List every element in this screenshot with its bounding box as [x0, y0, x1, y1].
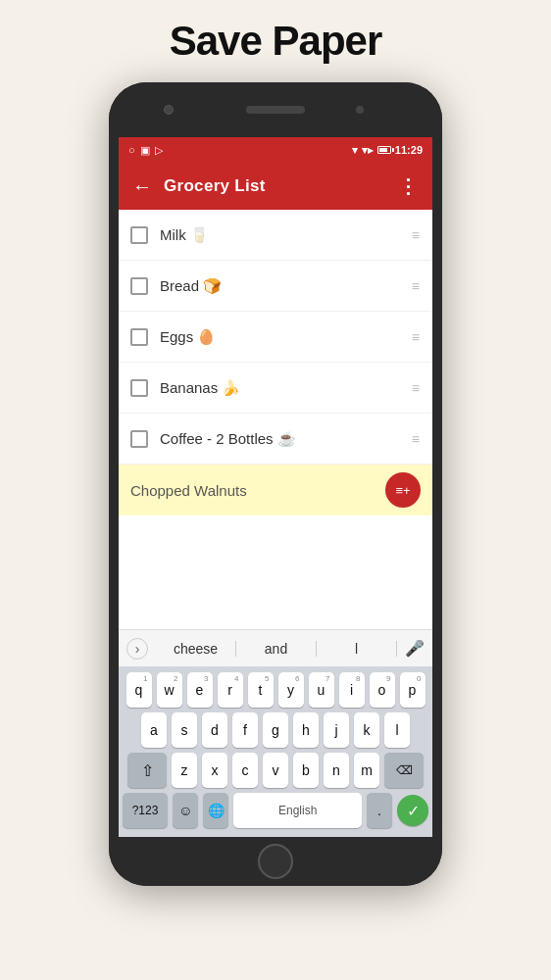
expand-suggestions-button[interactable]: ›: [126, 638, 148, 660]
signal-icon: ▾▸: [362, 144, 374, 157]
item-text-eggs: Eggs 🥚: [160, 328, 412, 346]
speaker: [246, 106, 305, 114]
key-num: 9: [386, 674, 390, 683]
key-p[interactable]: 0p: [400, 672, 426, 708]
keyboard-row-2: a s d f g h j k l: [123, 712, 428, 748]
phone-top-bezel: [109, 82, 442, 137]
status-right: ▾ ▾▸ 11:29: [352, 144, 423, 157]
back-button[interactable]: ←: [132, 175, 152, 198]
item-text-bread: Bread 🍞: [160, 277, 412, 295]
list-item: Bananas 🍌 ≡: [119, 363, 432, 414]
drag-handle-bread[interactable]: ≡: [412, 278, 421, 294]
key-e[interactable]: 3e: [187, 672, 213, 708]
key-num: 7: [326, 674, 329, 683]
key-num: 3: [204, 674, 208, 683]
drag-handle-eggs[interactable]: ≡: [412, 329, 421, 345]
key-num: 0: [417, 674, 421, 683]
suggestion-and[interactable]: and: [236, 641, 317, 657]
key-l[interactable]: l: [384, 712, 410, 748]
key-c[interactable]: c: [232, 753, 258, 788]
key-num: 4: [234, 674, 238, 683]
suggestions-bar: › cheese and l 🎤: [119, 629, 432, 666]
symbols-button[interactable]: ?123: [123, 793, 168, 828]
list-item: Coffee - 2 Bottles ☕ ≡: [119, 414, 432, 465]
key-j[interactable]: j: [324, 712, 349, 748]
key-w[interactable]: 2w: [157, 672, 182, 708]
key-s[interactable]: s: [172, 712, 197, 748]
drag-handle-bananas[interactable]: ≡: [412, 380, 421, 396]
key-i[interactable]: 8i: [339, 672, 365, 708]
key-t[interactable]: 5t: [248, 672, 274, 708]
globe-button[interactable]: 🌐: [203, 793, 228, 828]
key-h[interactable]: h: [293, 712, 319, 748]
active-input-row[interactable]: Chopped Walnuts ≡+: [119, 465, 432, 515]
keyboard-row-4: ?123 ☺ 🌐 English . ✓: [123, 793, 428, 828]
status-time: 11:29: [395, 144, 423, 156]
suggestion-l[interactable]: l: [317, 641, 397, 657]
checkbox-coffee[interactable]: [130, 430, 148, 448]
key-n[interactable]: n: [324, 753, 349, 788]
key-g[interactable]: g: [263, 712, 288, 748]
key-o[interactable]: 9o: [370, 672, 395, 708]
phone-device: ○ ▣ ▷ ▾ ▾▸ 11:29 ← Grocery List ⋮: [109, 82, 442, 886]
status-bar: ○ ▣ ▷ ▾ ▾▸ 11:29: [119, 137, 432, 163]
key-y[interactable]: 6y: [278, 672, 304, 708]
phone-bottom-bezel: [109, 837, 442, 886]
key-num: 2: [174, 674, 177, 683]
key-x[interactable]: x: [202, 753, 227, 788]
key-num: 1: [143, 674, 147, 683]
item-text-milk: Milk 🥛: [160, 226, 412, 244]
camera: [164, 105, 174, 115]
list-item: Bread 🍞 ≡: [119, 261, 432, 312]
drag-handle-coffee[interactable]: ≡: [412, 431, 421, 447]
checkbox-bread[interactable]: [130, 277, 148, 295]
backspace-button[interactable]: ⌫: [384, 753, 424, 788]
battery-icon-wrap: [377, 144, 391, 156]
play-icon: ▷: [155, 144, 163, 157]
checkbox-bananas[interactable]: [130, 379, 148, 397]
key-num: 8: [356, 674, 360, 683]
list-item: Milk 🥛 ≡: [119, 210, 432, 261]
key-num: 6: [295, 674, 299, 683]
app-bar: ← Grocery List ⋮: [119, 163, 432, 210]
period-button[interactable]: .: [367, 793, 392, 828]
sensor: [356, 106, 364, 114]
add-item-button[interactable]: ≡+: [385, 472, 421, 508]
status-left: ○ ▣ ▷: [128, 144, 163, 157]
key-r[interactable]: 4r: [218, 672, 243, 708]
key-u[interactable]: 7u: [309, 672, 334, 708]
add-icon: ≡+: [395, 483, 410, 498]
wifi-icon: ▾: [352, 144, 358, 157]
key-q[interactable]: 1q: [126, 672, 152, 708]
app-title: Grocery List: [164, 176, 398, 196]
shift-button[interactable]: ⇧: [127, 753, 167, 788]
item-text-coffee: Coffee - 2 Bottles ☕: [160, 430, 412, 448]
key-z[interactable]: z: [172, 753, 197, 788]
battery-icon: [377, 146, 391, 154]
drag-handle-milk[interactable]: ≡: [412, 227, 421, 243]
key-k[interactable]: k: [354, 712, 379, 748]
grocery-list: Milk 🥛 ≡ Bread 🍞 ≡ Eggs 🥚 ≡ Bananas 🍌 ≡: [119, 210, 432, 629]
key-a[interactable]: a: [141, 712, 167, 748]
home-button[interactable]: [258, 844, 293, 879]
menu-button[interactable]: ⋮: [398, 174, 419, 198]
phone-screen: ○ ▣ ▷ ▾ ▾▸ 11:29 ← Grocery List ⋮: [119, 137, 432, 837]
key-f[interactable]: f: [232, 712, 258, 748]
sim-icon: ▣: [140, 144, 150, 157]
checkbox-milk[interactable]: [130, 226, 148, 244]
key-d[interactable]: d: [202, 712, 227, 748]
keyboard-row-3: ⇧ z x c v b n m ⌫: [123, 753, 428, 788]
active-input-text: Chopped Walnuts: [130, 482, 385, 499]
key-b[interactable]: b: [293, 753, 319, 788]
emoji-button[interactable]: ☺: [173, 793, 198, 828]
mic-icon[interactable]: 🎤: [405, 639, 425, 658]
chevron-right-icon: ›: [135, 641, 140, 657]
suggestion-cheese[interactable]: cheese: [156, 641, 236, 657]
checkbox-eggs[interactable]: [130, 328, 148, 346]
key-m[interactable]: m: [354, 753, 379, 788]
list-item: Eggs 🥚 ≡: [119, 312, 432, 363]
circle-icon: ○: [128, 144, 135, 156]
done-button[interactable]: ✓: [397, 795, 428, 826]
space-button[interactable]: English: [233, 793, 362, 828]
key-v[interactable]: v: [263, 753, 288, 788]
